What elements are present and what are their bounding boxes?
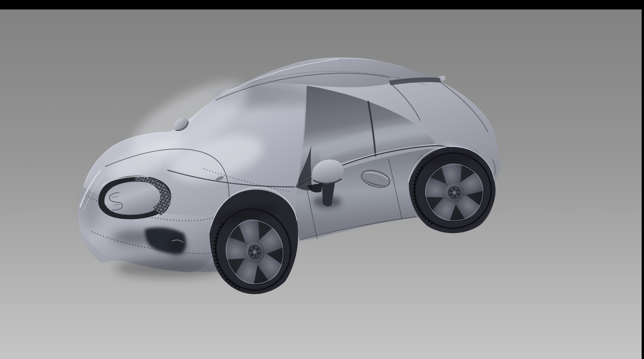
bumper-underside-shade	[115, 259, 224, 277]
cad-viewport[interactable]	[0, 0, 644, 359]
application-window	[0, 0, 644, 359]
foglight-pod	[167, 236, 186, 256]
window-frame-top	[0, 0, 644, 9]
intake-shadow	[112, 230, 154, 245]
window-frame-right	[642, 0, 644, 359]
front-left-shade	[81, 186, 100, 228]
front-grille	[98, 175, 171, 219]
